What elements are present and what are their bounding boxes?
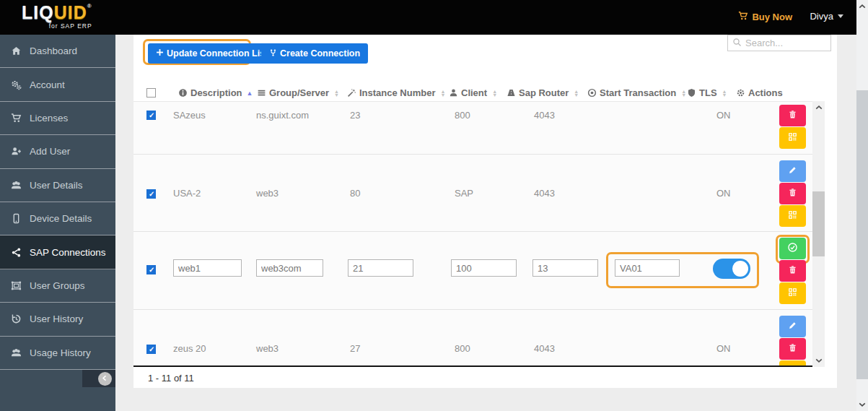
users-icon (9, 347, 22, 358)
instance-number-input[interactable] (348, 259, 413, 277)
sort-icon: ▲▼ (492, 90, 497, 97)
qr-code-button[interactable] (779, 360, 806, 367)
cell-description: USA-2 (173, 188, 201, 199)
cell-tls: ON (716, 343, 731, 354)
pagination-label: 1 - 11 of 11 (148, 373, 194, 384)
sidebar-item-user-history[interactable]: User History (0, 303, 115, 336)
cell-group-server: web3 (256, 188, 279, 199)
delete-button[interactable] (779, 183, 806, 204)
trash-icon (788, 265, 797, 277)
row-actions (779, 160, 806, 227)
client-input[interactable] (451, 259, 517, 277)
sidebar-collapse-button[interactable] (98, 372, 112, 386)
tls-toggle-on[interactable] (713, 259, 750, 279)
sort-icon: ▲▼ (574, 90, 579, 97)
user-menu[interactable]: Divya (810, 11, 843, 22)
history-icon (9, 313, 22, 324)
top-bar: LIQUID® for SAP ERP Buy Now Divya (0, 0, 856, 35)
object-group-icon (9, 280, 22, 291)
scroll-up-icon[interactable] (856, 1, 868, 12)
cell-instance-number: 80 (350, 188, 360, 199)
table-row: zeus 20 web3 27 800 4043 ON (133, 310, 825, 367)
pencil-icon (788, 165, 797, 177)
update-connection-list-button[interactable]: Update Connection List (148, 43, 276, 64)
trash-icon (788, 110, 797, 121)
cell-group-server: web3 (256, 343, 279, 354)
column-header-client[interactable]: Client ▲▼ (449, 87, 497, 98)
sidebar-item-licenses[interactable]: Licenses (0, 102, 115, 135)
cell-sap-router: 4043 (534, 110, 555, 121)
column-header-description[interactable]: Description ▲ (178, 87, 253, 98)
qr-code-button[interactable] (779, 127, 806, 149)
cell-description: zeus 20 (173, 343, 206, 354)
sidebar-item-user-groups[interactable]: User Groups (0, 269, 115, 303)
sidebar-item-user-details[interactable]: User Details (0, 169, 115, 202)
qr-code-button[interactable] (779, 205, 806, 227)
sidebar-item-device-details[interactable]: Device Details (0, 202, 115, 235)
row-checkbox[interactable] (146, 265, 156, 274)
scroll-down-icon[interactable] (812, 355, 825, 365)
logo-text: LIQ (22, 2, 54, 22)
chevron-down-icon (838, 14, 843, 18)
qr-code-icon (788, 210, 797, 222)
sidebar-item-add-user[interactable]: Add User (0, 135, 115, 168)
dot-circle-icon (587, 88, 597, 98)
column-header-actions: Actions (736, 87, 783, 98)
row-actions (779, 105, 806, 149)
row-checkbox[interactable] (146, 345, 156, 354)
row-checkbox[interactable] (146, 111, 156, 120)
cell-tls: ON (716, 188, 731, 199)
page-scrollbar[interactable] (856, 0, 868, 411)
confirm-button[interactable] (779, 238, 806, 259)
magic-wand-icon (347, 88, 356, 98)
user-plus-icon (9, 146, 22, 157)
column-header-group-server[interactable]: Group/Server ▲▼ (257, 87, 339, 98)
sidebar-item-sap-connections[interactable]: SAP Connections (0, 235, 115, 269)
app-logo: LIQUID® for SAP ERP (22, 4, 92, 30)
cell-client: SAP (455, 188, 473, 199)
trash-icon (788, 188, 797, 199)
column-header-start-transaction[interactable]: Start Transaction ▲▼ (587, 87, 686, 98)
edit-button[interactable] (779, 316, 806, 337)
delete-button[interactable] (779, 105, 806, 126)
search-input[interactable] (745, 38, 826, 48)
list-icon (257, 88, 266, 98)
buy-now-link[interactable]: Buy Now (738, 11, 792, 23)
sidebar-item-account[interactable]: Account (0, 68, 115, 101)
column-header-instance-number[interactable]: Instance Number ▲▼ (347, 87, 445, 98)
users-icon (9, 180, 22, 191)
delete-button[interactable] (779, 260, 806, 282)
scroll-down-icon[interactable] (856, 399, 868, 410)
description-input[interactable] (173, 259, 242, 277)
row-checkbox[interactable] (146, 189, 156, 199)
edit-button[interactable] (779, 160, 806, 182)
user-icon (449, 88, 458, 98)
sort-asc-icon: ▲ (247, 90, 253, 97)
column-header-sap-router[interactable]: Sap Router ▲▼ (507, 87, 579, 98)
table-scrollbar[interactable] (812, 101, 825, 367)
sidebar-item-dashboard[interactable]: Dashboard (0, 35, 115, 68)
row-actions (779, 316, 806, 367)
sidebar-item-usage-history[interactable]: Usage History (0, 337, 115, 370)
start-transaction-input[interactable] (615, 259, 680, 277)
cell-sap-router: 4043 (534, 188, 555, 199)
sidebar-collapse-strip (82, 370, 115, 387)
column-header-tls[interactable]: TLS ▲▼ (687, 87, 727, 98)
logo-subtitle: for SAP ERP (22, 23, 92, 30)
qr-code-button[interactable] (779, 282, 806, 304)
home-icon (9, 46, 22, 56)
scrollbar-thumb[interactable] (856, 90, 868, 379)
delete-button[interactable] (779, 338, 806, 360)
group-server-input[interactable] (256, 259, 323, 277)
cell-instance-number: 27 (350, 343, 360, 354)
sort-icon: ▲▼ (681, 90, 686, 97)
create-connection-button[interactable]: Create Connection (261, 43, 368, 64)
scroll-up-icon[interactable] (812, 103, 825, 113)
scrollbar-thumb[interactable] (812, 191, 825, 256)
cell-instance-number: 23 (350, 110, 360, 121)
search-icon (732, 37, 742, 50)
table-row: USA-2 web3 80 SAP 4043 ON (133, 155, 825, 232)
qr-code-icon (788, 365, 797, 367)
sap-router-input[interactable] (532, 259, 598, 277)
select-all-checkbox[interactable] (146, 88, 156, 98)
